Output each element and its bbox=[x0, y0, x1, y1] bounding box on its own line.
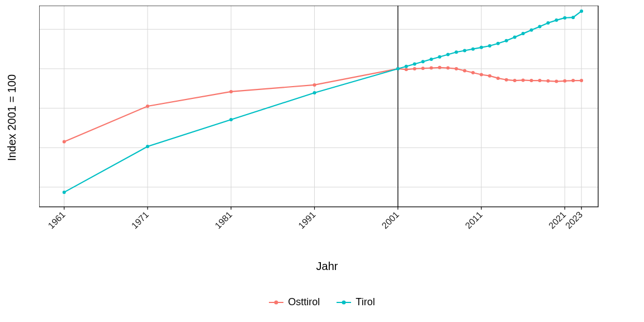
svg-point-15 bbox=[63, 140, 66, 144]
svg-point-47 bbox=[405, 65, 408, 68]
svg-point-34 bbox=[522, 78, 525, 82]
svg-point-27 bbox=[463, 69, 466, 72]
svg-point-35 bbox=[530, 79, 533, 82]
svg-point-24 bbox=[438, 66, 441, 69]
svg-point-52 bbox=[446, 53, 449, 56]
svg-point-30 bbox=[488, 74, 491, 78]
svg-point-33 bbox=[513, 79, 517, 82]
svg-point-43 bbox=[146, 145, 149, 148]
svg-point-37 bbox=[546, 79, 550, 83]
svg-point-53 bbox=[454, 50, 458, 54]
svg-point-62 bbox=[530, 29, 533, 32]
svg-point-48 bbox=[413, 62, 416, 65]
svg-point-66 bbox=[563, 16, 566, 20]
svg-point-25 bbox=[446, 67, 449, 70]
svg-point-16 bbox=[146, 105, 149, 108]
plot-area: 708090100110 196119711981199120012011202… bbox=[39, 6, 615, 229]
svg-point-50 bbox=[429, 58, 433, 61]
legend-item-tirol: Tirol bbox=[337, 296, 375, 308]
x-axis-label: Jahr bbox=[39, 260, 615, 273]
svg-point-18 bbox=[313, 83, 316, 87]
svg-point-44 bbox=[229, 118, 233, 121]
svg-point-65 bbox=[555, 18, 558, 22]
svg-point-41 bbox=[580, 79, 583, 82]
svg-point-51 bbox=[438, 55, 441, 59]
svg-point-59 bbox=[505, 39, 508, 42]
svg-point-17 bbox=[229, 90, 233, 93]
svg-point-31 bbox=[496, 77, 500, 80]
svg-point-38 bbox=[555, 80, 558, 83]
svg-point-54 bbox=[463, 49, 466, 52]
svg-point-55 bbox=[471, 48, 475, 51]
svg-point-64 bbox=[546, 21, 550, 25]
svg-point-61 bbox=[522, 32, 525, 35]
svg-point-46 bbox=[396, 67, 400, 70]
svg-point-39 bbox=[563, 79, 566, 83]
svg-point-58 bbox=[496, 42, 500, 45]
svg-point-36 bbox=[538, 79, 542, 82]
svg-point-32 bbox=[505, 78, 508, 82]
svg-point-26 bbox=[454, 67, 458, 70]
svg-point-57 bbox=[488, 44, 491, 48]
svg-point-68 bbox=[580, 10, 583, 13]
svg-point-23 bbox=[429, 67, 433, 70]
svg-point-60 bbox=[513, 35, 517, 39]
chart-container: Index 2001 = 100 708090100110 1961197119… bbox=[0, 0, 644, 322]
legend-swatch-osttirol bbox=[269, 302, 283, 303]
legend-item-osttirol: Osttirol bbox=[269, 296, 320, 308]
legend-swatch-tirol bbox=[337, 302, 351, 303]
svg-point-63 bbox=[538, 25, 542, 28]
svg-point-28 bbox=[471, 71, 475, 74]
y-axis-label-text: Index 2001 = 100 bbox=[6, 74, 19, 160]
y-axis-label: Index 2001 = 100 bbox=[7, 28, 18, 207]
svg-point-67 bbox=[571, 16, 575, 19]
svg-point-20 bbox=[405, 68, 408, 71]
legend: Osttirol Tirol bbox=[0, 296, 644, 308]
svg-rect-0 bbox=[39, 6, 615, 229]
legend-label-osttirol: Osttirol bbox=[288, 296, 320, 308]
legend-label-tirol: Tirol bbox=[356, 296, 375, 308]
svg-point-21 bbox=[413, 67, 416, 70]
svg-point-45 bbox=[313, 91, 316, 94]
svg-point-22 bbox=[422, 67, 425, 70]
svg-point-56 bbox=[480, 46, 483, 49]
svg-point-29 bbox=[480, 73, 483, 77]
svg-point-42 bbox=[63, 191, 66, 194]
svg-point-49 bbox=[422, 60, 425, 63]
svg-point-40 bbox=[571, 79, 575, 82]
